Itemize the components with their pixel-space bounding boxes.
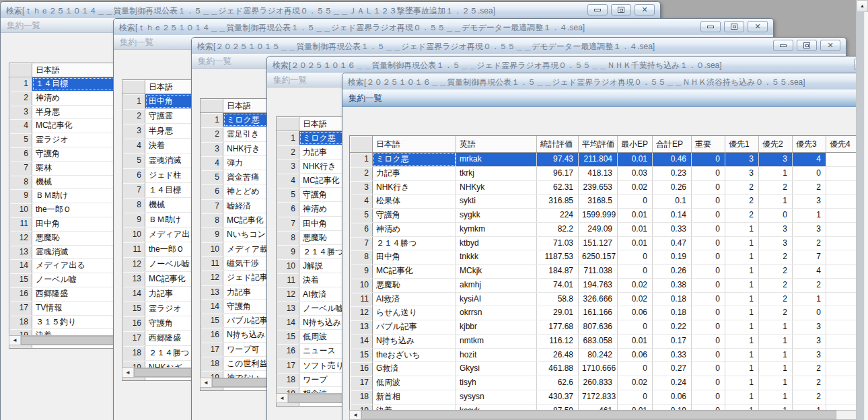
row-number[interactable]: 14 [9, 259, 32, 273]
table-row[interactable]: 5守護角sygkk2241599.9990.010.140201 [350, 209, 868, 223]
row-number[interactable]: 7 [122, 183, 145, 197]
row-number[interactable]: 7 [201, 199, 223, 213]
row-number[interactable]: 11 [277, 273, 299, 287]
row-number[interactable]: 10 [277, 259, 299, 273]
row-number[interactable]: 1 [122, 94, 145, 108]
row-number[interactable]: 11 [201, 256, 223, 270]
column-header[interactable]: 統計評価 [537, 136, 579, 152]
table-row[interactable]: 16G救済Gkysi461.881710.66600.270112 [350, 362, 868, 376]
horizontal-scrollbar-thumb[interactable] [361, 411, 836, 419]
row-number[interactable]: 4 [350, 195, 373, 208]
row-number[interactable]: 11 [122, 242, 145, 256]
close-button[interactable]: ✕ [635, 4, 655, 15]
column-header[interactable]: 英語 [456, 136, 537, 152]
row-number[interactable]: 7 [277, 217, 299, 230]
column-header[interactable]: 優先1 [725, 136, 759, 152]
scroll-left-button[interactable]: ◄ [9, 336, 21, 345]
row-number[interactable]: 17 [201, 343, 223, 356]
row-number[interactable]: 18 [122, 346, 145, 360]
row-number[interactable]: 10 [201, 242, 223, 256]
column-header[interactable]: 日本語 [373, 136, 456, 152]
minimize-button[interactable] [587, 4, 608, 15]
minimize-button[interactable] [773, 40, 793, 51]
row-number[interactable]: 4 [277, 174, 299, 187]
table-row[interactable]: 18新首相sysysn430.377172.83300.060112 [350, 390, 868, 405]
table-row[interactable]: 12らせん送りokrrsn29.01161.1660.060.180120 [350, 306, 868, 320]
row-number[interactable]: 7 [9, 162, 32, 175]
column-header[interactable]: 合計EP [653, 136, 692, 152]
row-number[interactable]: 15 [201, 314, 223, 327]
row-number[interactable]: 17 [277, 359, 299, 372]
row-number[interactable]: 2 [122, 109, 145, 123]
row-number[interactable]: 6 [122, 168, 145, 182]
row-number[interactable]: 13 [350, 320, 373, 334]
app-vertical-scrollbar[interactable]: ▲ [856, 0, 868, 420]
table-row[interactable]: 9MC記事化MCkjk184.87711.03800.260124 [350, 265, 868, 279]
row-number[interactable]: 1 [9, 77, 32, 91]
row-number[interactable]: 16 [350, 362, 373, 376]
row-number[interactable]: 17 [350, 376, 373, 390]
row-number[interactable]: 13 [9, 246, 32, 259]
row-number[interactable]: 8 [201, 213, 223, 227]
scroll-left-button[interactable]: ◄ [201, 378, 212, 387]
row-number[interactable]: 15 [350, 349, 373, 362]
row-number[interactable]: 18 [277, 373, 299, 386]
row-number[interactable]: 5 [9, 133, 32, 147]
row-number[interactable]: 13 [122, 272, 145, 286]
row-number[interactable]: 12 [122, 257, 145, 271]
row-number[interactable]: 11 [9, 217, 32, 231]
row-number[interactable]: 10 [122, 228, 145, 242]
row-number[interactable]: 3 [9, 106, 32, 119]
row-number[interactable]: 15 [277, 330, 299, 343]
row-number[interactable]: 10 [350, 279, 373, 292]
close-button[interactable]: ✕ [820, 40, 840, 51]
row-number[interactable]: 6 [277, 202, 299, 215]
scroll-up-button[interactable]: ▲ [857, 0, 868, 12]
row-number[interactable]: 13 [277, 302, 299, 315]
row-number[interactable]: 12 [277, 287, 299, 301]
row-number[interactable]: 1 [277, 131, 299, 145]
close-button[interactable]: ✕ [748, 21, 768, 32]
row-number[interactable]: 10 [9, 203, 32, 217]
row-number[interactable]: 5 [350, 209, 373, 222]
row-number[interactable]: 18 [201, 357, 223, 370]
row-number[interactable]: 5 [277, 188, 299, 201]
row-number[interactable]: 14 [350, 335, 373, 348]
table-row[interactable]: 11AI救済kysiAI58.8326.6660.020.180121 [350, 293, 868, 307]
table-row[interactable]: 14N持ち込みnmtkm116.12683.0580.010.170113 [350, 335, 868, 349]
column-header[interactable]: 最小EP [618, 136, 653, 152]
table-row[interactable]: 3NHK行きNHKyk62.31239.6530.020.260222 [350, 181, 868, 195]
row-number[interactable]: 17 [9, 302, 32, 315]
table-row[interactable]: 17低周波tisyh62.6260.8330.020.240112 [350, 376, 868, 390]
maximize-button[interactable] [611, 4, 631, 15]
row-number[interactable]: 3 [350, 181, 373, 195]
row-number[interactable]: 4 [122, 139, 145, 153]
row-number[interactable]: 14 [277, 316, 299, 329]
scroll-left-button[interactable]: ◄ [122, 368, 134, 377]
row-number[interactable]: 3 [277, 160, 299, 173]
row-number[interactable]: 4 [201, 156, 223, 170]
row-number[interactable]: 1 [201, 113, 223, 127]
column-header[interactable]: 優先3 [793, 136, 826, 152]
row-number[interactable]: 14 [122, 287, 145, 301]
scroll-left-button[interactable]: ◄ [277, 394, 288, 403]
row-number[interactable]: 8 [277, 231, 299, 244]
table-row[interactable]: 4松果体sykti316.853168.500.10213 [350, 195, 868, 209]
table-row[interactable]: 7２１４勝つktbyd71.03151.1270.010.470132 [350, 237, 868, 251]
row-number[interactable]: 8 [350, 250, 373, 264]
column-header[interactable]: 日本語 [32, 63, 126, 77]
row-number[interactable]: 6 [350, 223, 373, 236]
row-number[interactable]: 18 [350, 390, 373, 404]
column-header[interactable]: 重要 [692, 136, 725, 152]
column-header[interactable]: 平均評価 [579, 136, 618, 152]
table-row[interactable]: 10悪魔恥akmhj74.01194.7630.020.380122 [350, 279, 868, 293]
minimize-button[interactable] [700, 21, 721, 32]
row-number[interactable]: 2 [350, 167, 373, 180]
row-number[interactable]: 17 [122, 331, 145, 345]
row-number[interactable]: 6 [9, 147, 32, 161]
row-number[interactable]: 7 [350, 237, 373, 250]
scroll-left-button[interactable]: ◄ [350, 411, 361, 419]
row-number[interactable]: 13 [201, 285, 223, 299]
row-number[interactable]: 11 [350, 293, 373, 306]
row-number[interactable]: 16 [201, 328, 223, 341]
